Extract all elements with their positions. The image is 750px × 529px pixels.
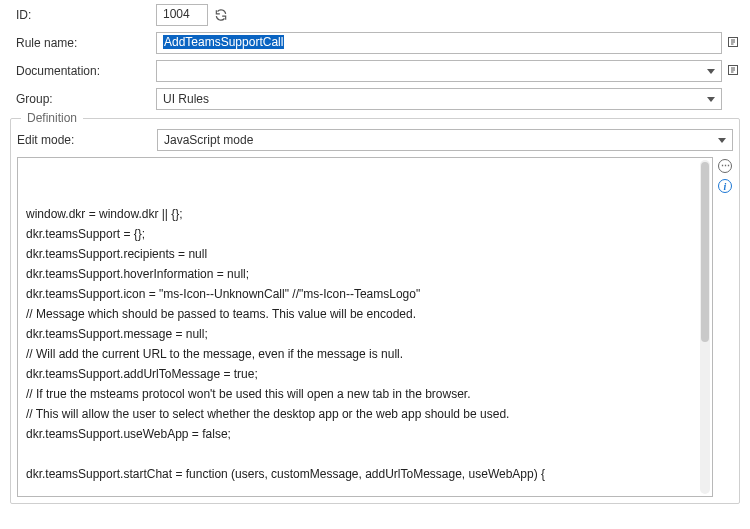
editmode-combo[interactable]: JavaScript mode: [157, 129, 733, 151]
group-label: Group:: [16, 92, 156, 106]
chevron-down-icon: [707, 69, 715, 74]
info-icon[interactable]: i: [718, 179, 732, 193]
code-editor[interactable]: window.dkr = window.dkr || {}; dkr.teams…: [17, 157, 713, 497]
definition-legend: Definition: [21, 111, 83, 125]
chevron-down-icon: [718, 138, 726, 143]
refresh-id-icon[interactable]: [212, 6, 230, 24]
rulename-field[interactable]: AddTeamsSupportCall: [156, 32, 722, 54]
documentation-label: Documentation:: [16, 64, 156, 78]
id-label: ID:: [16, 8, 156, 22]
id-field[interactable]: 1004: [156, 4, 208, 26]
editmode-value: JavaScript mode: [164, 133, 253, 147]
definition-fieldset: Definition Edit mode: JavaScript mode wi…: [10, 118, 740, 504]
scrollbar[interactable]: [700, 160, 710, 494]
more-icon[interactable]: ⋯: [718, 159, 732, 173]
group-value: UI Rules: [163, 92, 209, 106]
rulename-label: Rule name:: [16, 36, 156, 50]
scrollbar-thumb[interactable]: [701, 162, 709, 342]
documentation-side-icon[interactable]: [726, 64, 740, 79]
documentation-combo[interactable]: [156, 60, 722, 82]
rulename-side-icon[interactable]: [726, 36, 740, 51]
group-combo[interactable]: UI Rules: [156, 88, 722, 110]
editmode-label: Edit mode:: [17, 133, 157, 147]
chevron-down-icon: [707, 97, 715, 102]
